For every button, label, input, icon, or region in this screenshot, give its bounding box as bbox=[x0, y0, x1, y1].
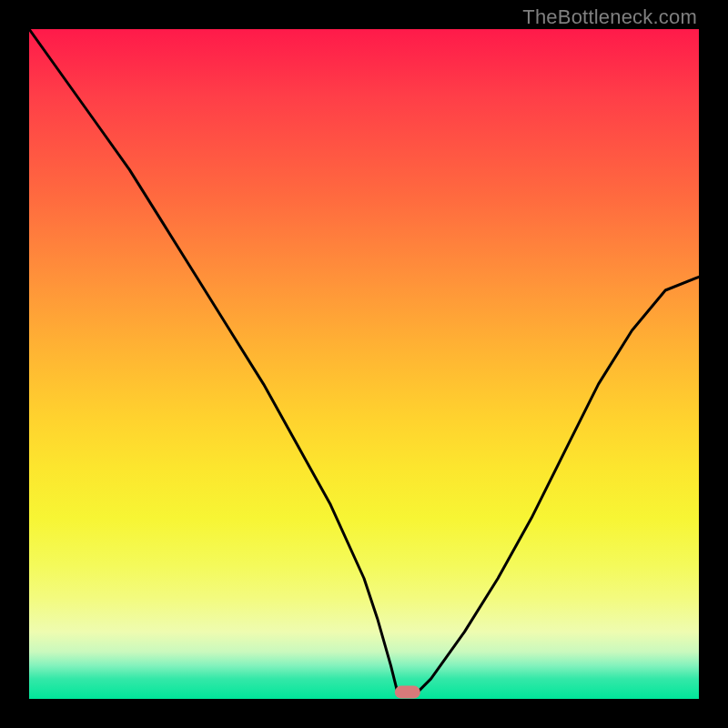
plot-area bbox=[29, 29, 699, 699]
bottleneck-curve-svg bbox=[29, 29, 699, 699]
optimum-marker bbox=[395, 686, 420, 699]
chart-frame: TheBottleneck.com bbox=[0, 0, 728, 728]
watermark-text: TheBottleneck.com bbox=[522, 5, 697, 29]
bottleneck-curve bbox=[29, 29, 699, 693]
